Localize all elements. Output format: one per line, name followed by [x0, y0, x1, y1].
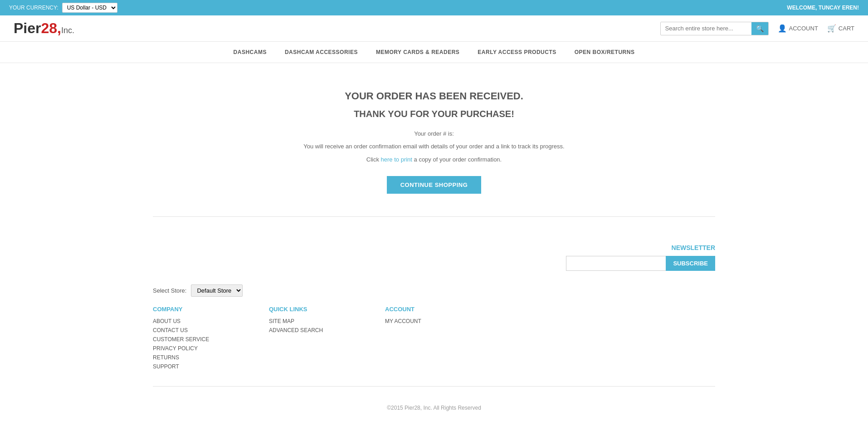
continue-shopping-button[interactable]: CONTINUE SHOPPING	[387, 176, 482, 194]
account-link[interactable]: 👤 ACCOUNT	[778, 24, 818, 33]
copyright: ©2015 Pier28, Inc. All Rights Reserved	[0, 396, 868, 420]
copyright-text: ©2015 Pier28, Inc. All Rights Reserved	[387, 405, 481, 411]
currency-section: YOUR CURRENCY: US Dollar - USDEuro - EUR	[9, 3, 117, 13]
currency-label: YOUR CURRENCY:	[9, 5, 59, 11]
logo-comma: ,	[57, 20, 61, 36]
welcome-message: WELCOME, TUNCAY EREN!	[787, 5, 859, 11]
search-icon: 🔍	[756, 25, 764, 32]
subscribe-button[interactable]: SUBSCRIBE	[666, 256, 715, 271]
cart-label: CART	[839, 25, 854, 32]
footer-top: NEWSLETTER SUBSCRIBE Select Store: Defau…	[144, 230, 724, 396]
store-selector: Select Store: Default Store	[153, 284, 715, 297]
order-section: YOUR ORDER HAS BEEN RECEIVED. THANK YOU …	[153, 77, 715, 217]
store-select[interactable]: Default Store	[191, 284, 243, 297]
order-number-line: Your order # is:	[153, 128, 715, 139]
account-icon: 👤	[778, 24, 787, 33]
cart-icon: 🛒	[827, 24, 836, 33]
footer-link-advanced-search[interactable]: ADVANCED SEARCH	[269, 327, 367, 333]
nav-item-open-box[interactable]: OPEN BOX/RETURNS	[575, 47, 635, 57]
footer-link-returns[interactable]: RETURNS	[153, 354, 251, 361]
order-title: YOUR ORDER HAS BEEN RECEIVED.	[153, 90, 715, 102]
footer-columns: COMPANY ABOUT US CONTACT US CUSTOMER SER…	[153, 306, 715, 387]
newsletter-title: NEWSLETTER	[153, 244, 715, 251]
logo[interactable]: Pier28,Inc.	[14, 20, 74, 37]
logo-pier: Pier	[14, 20, 41, 36]
nav-item-dashcam-accessories[interactable]: DASHCAM ACCESSORIES	[285, 47, 358, 57]
footer-empty-col	[501, 306, 599, 372]
print-link[interactable]: here to print	[381, 156, 412, 163]
logo-inc: Inc.	[61, 26, 74, 35]
header-right: 🔍 👤 ACCOUNT 🛒 CART	[660, 22, 854, 35]
order-print-line: Click here to print a copy of your order…	[153, 154, 715, 165]
account-label: ACCOUNT	[789, 25, 818, 32]
newsletter-input[interactable]	[566, 256, 666, 271]
footer-link-site-map[interactable]: SITE MAP	[269, 318, 367, 324]
footer-quick-links-col: QUICK LINKS SITE MAP ADVANCED SEARCH	[269, 306, 367, 372]
footer-link-about-us[interactable]: ABOUT US	[153, 318, 251, 324]
newsletter-form: SUBSCRIBE	[153, 256, 715, 271]
newsletter-section: NEWSLETTER SUBSCRIBE	[153, 244, 715, 271]
search-button[interactable]: 🔍	[751, 22, 768, 35]
continue-btn-container: CONTINUE SHOPPING	[153, 167, 715, 207]
order-subtitle: THANK YOU FOR YOUR PURCHASE!	[153, 109, 715, 119]
store-selector-label: Select Store:	[153, 287, 186, 294]
order-number-label: Your order # is:	[414, 130, 454, 137]
footer-account-col: ACCOUNT MY ACCOUNT	[385, 306, 483, 372]
footer-link-support[interactable]: SUPPORT	[153, 363, 251, 370]
footer-empty-col-2	[617, 306, 715, 372]
currency-select[interactable]: US Dollar - USDEuro - EUR	[62, 3, 117, 13]
nav-item-memory-cards[interactable]: MEMORY CARDS & READERS	[376, 47, 459, 57]
footer-link-privacy-policy[interactable]: PRIVACY POLICY	[153, 345, 251, 352]
footer-company-col: COMPANY ABOUT US CONTACT US CUSTOMER SER…	[153, 306, 251, 372]
footer-link-my-account[interactable]: MY ACCOUNT	[385, 318, 483, 324]
main-nav: DASHCAMS DASHCAM ACCESSORIES MEMORY CARD…	[0, 42, 868, 63]
search-box: 🔍	[660, 22, 769, 35]
main-content: YOUR ORDER HAS BEEN RECEIVED. THANK YOU …	[144, 63, 724, 230]
search-container: 🔍	[660, 22, 769, 35]
order-confirmation-text: You will receive an order confirmation e…	[153, 141, 715, 152]
footer-link-customer-service[interactable]: CUSTOMER SERVICE	[153, 336, 251, 343]
header: Pier28,Inc. 🔍 👤 ACCOUNT 🛒 CART	[0, 15, 868, 42]
cart-link[interactable]: 🛒 CART	[827, 24, 854, 33]
footer-company-title: COMPANY	[153, 306, 251, 313]
print-text-after: a copy of your order confirmation.	[412, 156, 502, 163]
search-input[interactable]	[661, 22, 751, 34]
footer-quick-links-title: QUICK LINKS	[269, 306, 367, 313]
logo-num: 28	[41, 20, 57, 36]
top-bar: YOUR CURRENCY: US Dollar - USDEuro - EUR…	[0, 0, 868, 15]
footer-link-contact-us[interactable]: CONTACT US	[153, 327, 251, 333]
footer-account-title: ACCOUNT	[385, 306, 483, 313]
print-text-before: Click	[366, 156, 381, 163]
nav-item-early-access[interactable]: EARLY ACCESS PRODUCTS	[478, 47, 556, 57]
nav-item-dashcams[interactable]: DASHCAMS	[234, 47, 267, 57]
